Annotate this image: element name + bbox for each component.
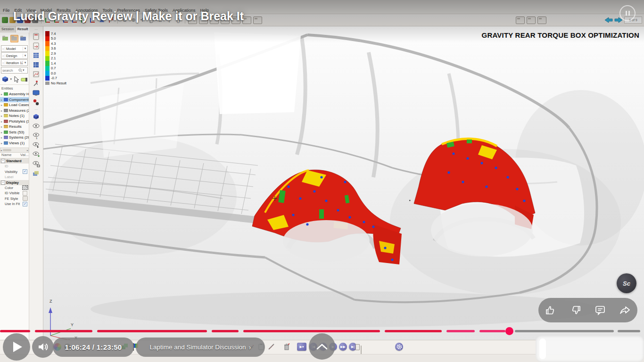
chevron-down-icon[interactable]: ▾ xyxy=(23,54,27,58)
dropdown-iteration-12[interactable]: ↕Iteration 12▾ xyxy=(1,59,28,66)
dropdown-design[interactable]: ↕Design▾ xyxy=(1,52,28,59)
model-browser-icon[interactable] xyxy=(1,35,9,42)
window-eye-icon[interactable] xyxy=(32,160,40,167)
style-button[interactable] xyxy=(23,196,28,201)
like-button[interactable] xyxy=(538,298,563,322)
result-browser-icon[interactable] xyxy=(10,35,18,42)
checkbox[interactable]: ✓ xyxy=(23,169,27,174)
tree-item-results[interactable]: ▸Results xyxy=(0,124,29,130)
highlight-tool-icon[interactable] xyxy=(21,76,27,82)
video-title[interactable]: Lucid Gravity Review | Make it or Break … xyxy=(13,9,244,23)
timeline-segment[interactable] xyxy=(212,330,239,332)
entity-caret[interactable]: ▾ xyxy=(10,77,12,81)
plot-page-icon[interactable] xyxy=(32,71,40,78)
property-row-id-visible[interactable]: ID Visible xyxy=(0,190,29,196)
collapse-icon[interactable]: − xyxy=(1,159,5,163)
dislike-button[interactable] xyxy=(563,298,588,322)
scroll-thumb[interactable] xyxy=(3,149,11,151)
entity-cube-icon[interactable] xyxy=(1,76,8,82)
prev-page-icon[interactable] xyxy=(604,17,613,23)
measure-icon[interactable] xyxy=(268,343,275,351)
table-page-icon[interactable] xyxy=(32,61,40,68)
chevron-down-icon[interactable]: ▾ xyxy=(23,47,27,50)
spinner-icon[interactable]: ↕ xyxy=(1,47,5,50)
window-layout-icon[interactable] xyxy=(537,16,546,24)
property-row-label[interactable]: Label xyxy=(0,174,29,180)
tree-item-notes-1[interactable]: ▸Notes (1) xyxy=(0,113,29,119)
timeline-segment[interactable] xyxy=(515,330,614,332)
color-swatch[interactable] xyxy=(22,185,28,190)
show-all-eye-icon[interactable] xyxy=(32,151,40,158)
property-group-standard[interactable]: −Standard xyxy=(0,158,29,164)
play-button[interactable] xyxy=(3,333,30,361)
dummy-posture-icon[interactable] xyxy=(32,80,40,87)
scroll-left-arrow[interactable]: ◂ xyxy=(0,148,2,152)
legend-color xyxy=(45,31,50,36)
viewport-3d[interactable]: Z Y X 7.45.04.33.62.92.11.40.70.0-0.7No … xyxy=(43,26,644,340)
spinner-icon[interactable]: ↕ xyxy=(1,61,5,65)
tree-hscrollbar[interactable]: ◂ ▸ xyxy=(0,148,29,153)
visibility-eye-icon[interactable] xyxy=(32,123,40,130)
tree-item-plotstyles-3[interactable]: ▸Plotstyles (3) xyxy=(0,119,29,124)
property-row-id[interactable]: ID xyxy=(0,164,29,169)
tab-session[interactable]: Session xyxy=(0,26,16,33)
search-options-caret[interactable]: ▾ xyxy=(23,68,25,72)
pointer-cursor-icon[interactable] xyxy=(13,76,19,83)
tree-item-load-cases[interactable]: ▸Load Cases xyxy=(0,102,29,108)
tree-item-components[interactable]: ▸Components xyxy=(0,97,29,103)
monitor-icon[interactable] xyxy=(32,90,40,97)
checkbox[interactable]: ✓ xyxy=(23,202,27,206)
property-row-visibility[interactable]: Visibility✓ xyxy=(0,169,29,175)
timeline-segment[interactable] xyxy=(97,330,207,332)
isolate-eye-icon[interactable]: 1 xyxy=(32,132,40,139)
timeline-segment[interactable] xyxy=(0,330,30,332)
slider-thumb[interactable] xyxy=(355,344,360,350)
chapter-button[interactable]: Laptime and Simulator Discussion › xyxy=(136,337,265,357)
delete-icon[interactable] xyxy=(283,343,290,351)
property-row-color[interactable]: Color xyxy=(0,185,29,191)
timeline-segment[interactable] xyxy=(243,330,380,332)
tree-item-systems-26[interactable]: ▸Systems (26) xyxy=(0,135,29,140)
note-page-icon[interactable] xyxy=(32,33,40,40)
property-group-display[interactable]: −Display xyxy=(0,180,29,185)
animation-settings-button[interactable] xyxy=(395,343,403,351)
pick-eye-icon[interactable] xyxy=(32,141,40,148)
spinner-icon[interactable]: ↕ xyxy=(1,54,5,58)
timeline-segment[interactable] xyxy=(385,330,442,332)
animation-slider[interactable] xyxy=(361,346,362,354)
page-layout-icon[interactable] xyxy=(253,16,262,24)
component-cube-icon[interactable] xyxy=(32,113,40,120)
export-page-icon[interactable] xyxy=(32,42,40,49)
timeline-segment[interactable] xyxy=(618,330,640,332)
tree-item-views-1[interactable]: ▸Views (1) xyxy=(0,140,29,146)
tree-item-sets-53[interactable]: ▸Sets (53) xyxy=(0,130,29,135)
chevron-down-icon[interactable]: ▾ xyxy=(23,61,27,65)
property-row-fe-style[interactable]: FE Style xyxy=(0,196,29,202)
menu-file[interactable]: File xyxy=(3,8,10,13)
scroll-right-arrow[interactable]: ▸ xyxy=(27,148,28,152)
open-model-icon[interactable] xyxy=(2,17,8,23)
record-lights-icon[interactable] xyxy=(32,99,40,106)
tree-item-measures-2[interactable]: ▸Measures (2) xyxy=(0,108,29,114)
grid-page-icon[interactable] xyxy=(32,52,40,59)
volume-button[interactable] xyxy=(32,336,54,358)
property-row-use-in-fit[interactable]: Use In Fit✓ xyxy=(0,201,29,207)
expand-controls-button[interactable] xyxy=(309,333,335,360)
next-frame-button[interactable]: ▶▶ xyxy=(339,343,347,351)
dropdown-model[interactable]: ↕Model▾ xyxy=(1,45,28,52)
share-button[interactable] xyxy=(613,298,638,322)
timeline-segment[interactable] xyxy=(35,330,92,332)
comments-button[interactable] xyxy=(588,298,613,322)
tree-item-assembly-hi[interactable]: ▸Assembly Hi... xyxy=(0,91,29,97)
checkbox[interactable] xyxy=(23,191,27,196)
search-input[interactable] xyxy=(1,68,18,73)
entity-browser-icon[interactable] xyxy=(19,35,27,42)
timeline-segment[interactable] xyxy=(446,330,475,332)
animation-menu-button[interactable]: ▶▾ xyxy=(297,343,306,351)
timeline-segment[interactable] xyxy=(479,330,505,332)
window-layout-icon[interactable] xyxy=(516,16,525,24)
window-layout-icon[interactable] xyxy=(527,16,536,24)
playhead[interactable] xyxy=(505,327,513,335)
collapse-icon[interactable]: − xyxy=(1,181,5,185)
layers-icon[interactable] xyxy=(32,170,40,177)
